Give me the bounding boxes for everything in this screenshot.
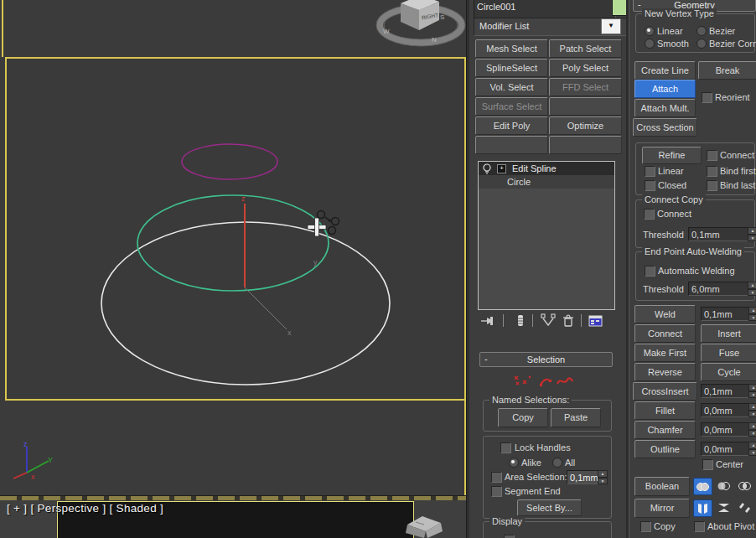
pin-stack-icon[interactable]	[480, 313, 495, 328]
selection-rollout-header[interactable]: - Selection	[479, 352, 613, 367]
object-name-field[interactable]: Circle001	[474, 0, 616, 18]
chamfer-button[interactable]: Chamfer	[634, 421, 696, 439]
fillet-button[interactable]: Fillet	[634, 401, 696, 420]
bind-last-checkbox[interactable]	[707, 180, 717, 191]
boolean-subtraction-icon[interactable]	[715, 479, 732, 493]
spline-select-button[interactable]: SplineSelect	[475, 59, 548, 77]
patch-select-button[interactable]: Patch Select	[549, 39, 622, 58]
spinner-up-icon[interactable]: ▲	[748, 282, 756, 289]
outline-spinner[interactable]: ▲ ▼	[748, 442, 756, 456]
weld-threshold-field[interactable]: 6,0mm	[688, 282, 752, 296]
connect-checkbox[interactable]	[707, 150, 717, 161]
boolean-intersection-icon[interactable]	[736, 479, 753, 493]
spinner-up-icon[interactable]: ▲	[748, 384, 756, 391]
refine-button[interactable]: Refine	[642, 147, 702, 164]
mesh-select-button[interactable]: Mesh Select	[475, 39, 548, 58]
spinner-down-icon[interactable]: ▼	[748, 289, 756, 297]
spinner-down-icon[interactable]: ▼	[748, 314, 756, 322]
smooth-vertex-radio[interactable]	[645, 39, 655, 49]
boolean-button[interactable]: Boolean	[634, 477, 690, 496]
paste-named-selection-button[interactable]: Paste	[551, 408, 601, 427]
empty-button-1[interactable]	[549, 97, 622, 116]
outline-value-field[interactable]: 0,0mm	[701, 442, 750, 456]
chamfer-value-field[interactable]: 0,0mm	[701, 422, 750, 437]
linear-vertex-radio[interactable]	[645, 26, 655, 36]
boolean-union-icon[interactable]	[693, 478, 712, 495]
empty-button-3[interactable]	[549, 136, 622, 154]
spinner-up-icon[interactable]: ▲	[748, 403, 756, 411]
outline-button[interactable]: Outline	[634, 440, 696, 458]
spinner-up-icon[interactable]: ▲	[748, 227, 756, 235]
spinner-down-icon[interactable]: ▼	[748, 391, 756, 399]
scene-object-cube[interactable]	[404, 513, 443, 538]
collapse-icon[interactable]: -	[638, 0, 641, 10]
spinner-up-icon[interactable]: ▲	[598, 470, 608, 478]
spinner-up-icon[interactable]: ▲	[748, 307, 756, 314]
bezier-corner-vertex-radio[interactable]	[696, 39, 707, 49]
spline-circle-selected-teal[interactable]	[137, 195, 329, 291]
show-end-result-icon[interactable]	[514, 313, 527, 328]
spline-circle-magenta[interactable]	[182, 144, 277, 179]
mirror-button[interactable]: Mirror	[634, 499, 690, 518]
spline-subobject-icon[interactable]	[557, 375, 573, 388]
expand-icon[interactable]: +	[497, 164, 506, 173]
connect-button[interactable]: Connect	[634, 324, 696, 343]
ffd-select-button[interactable]: FFD Select	[549, 78, 622, 96]
optimize-button[interactable]: Optimize	[549, 116, 622, 135]
dropdown-arrow-icon[interactable]: ▼	[601, 18, 621, 34]
vertex-subobject-icon[interactable]	[511, 374, 535, 388]
connect-copy-checkbox[interactable]	[644, 209, 655, 220]
copy-named-selection-button[interactable]: Copy	[498, 408, 548, 427]
display-checkbox-partial[interactable]	[504, 535, 515, 538]
vol-select-button[interactable]: Vol. Select	[475, 78, 548, 96]
spinner-up-icon[interactable]: ▲	[748, 422, 756, 430]
visibility-bulb-icon[interactable]	[483, 163, 491, 174]
segment-end-checkbox[interactable]	[491, 486, 502, 497]
center-checkbox[interactable]	[702, 459, 713, 470]
stack-row-circle[interactable]: Circle	[479, 175, 614, 189]
area-selection-spinner[interactable]: ▲ ▼	[598, 470, 608, 484]
remove-modifier-icon[interactable]	[562, 313, 575, 328]
alike-radio[interactable]	[509, 458, 519, 468]
area-selection-value-field[interactable]: 0,1mm	[567, 470, 598, 484]
active-viewport[interactable]: z x y	[5, 57, 466, 401]
bezier-vertex-radio[interactable]	[696, 26, 707, 36]
select-by-button[interactable]: Select By...	[517, 499, 582, 516]
all-radio[interactable]	[552, 458, 562, 468]
weld-button[interactable]: Weld	[634, 305, 696, 323]
area-selection-checkbox[interactable]	[491, 472, 502, 483]
weld-value-field[interactable]: 0,1mm	[701, 307, 750, 321]
linear-checkbox[interactable]	[645, 166, 655, 177]
fillet-value-field[interactable]: 0,0mm	[701, 403, 750, 417]
spinner-down-icon[interactable]: ▼	[748, 430, 756, 437]
spinner-down-icon[interactable]: ▼	[748, 411, 756, 418]
attach-button[interactable]: Attach	[634, 80, 696, 98]
fillet-spinner[interactable]: ▲ ▼	[748, 403, 756, 417]
weld-threshold-spinner[interactable]: ▲ ▼	[748, 282, 756, 296]
mirror-copy-checkbox[interactable]	[640, 521, 651, 532]
closed-checkbox[interactable]	[645, 180, 655, 191]
fuse-button[interactable]: Fuse	[701, 344, 756, 362]
mirror-vertical-icon[interactable]	[715, 500, 732, 515]
connect-copy-threshold-spinner[interactable]: ▲ ▼	[748, 227, 756, 241]
bind-first-checkbox[interactable]	[707, 166, 717, 177]
chamfer-spinner[interactable]: ▲ ▼	[748, 422, 756, 437]
attach-mult-button[interactable]: Attach Mult.	[634, 99, 696, 117]
about-pivot-checkbox[interactable]	[694, 521, 705, 532]
spinner-up-icon[interactable]: ▲	[748, 442, 756, 449]
collapse-icon[interactable]: -	[484, 353, 488, 365]
empty-button-2[interactable]	[475, 136, 548, 154]
make-first-button[interactable]: Make First	[634, 344, 696, 362]
stack-base-object-label[interactable]: Circle	[507, 177, 531, 187]
mirror-both-icon[interactable]	[736, 500, 753, 515]
weld-value-spinner[interactable]: ▲ ▼	[748, 307, 756, 321]
crossinsert-value-field[interactable]: 0,1mm	[701, 384, 750, 398]
automatic-welding-checkbox[interactable]	[645, 266, 655, 277]
cycle-button[interactable]: Cycle	[701, 363, 756, 381]
create-line-button[interactable]: Create Line	[634, 61, 696, 80]
segment-subobject-icon[interactable]	[539, 375, 552, 388]
crossinsert-button[interactable]: CrossInsert	[633, 382, 697, 401]
configure-modifier-sets-icon[interactable]	[588, 313, 603, 328]
reverse-button[interactable]: Reverse	[634, 363, 696, 381]
connect-copy-threshold-field[interactable]: 0,1mm	[688, 227, 752, 241]
